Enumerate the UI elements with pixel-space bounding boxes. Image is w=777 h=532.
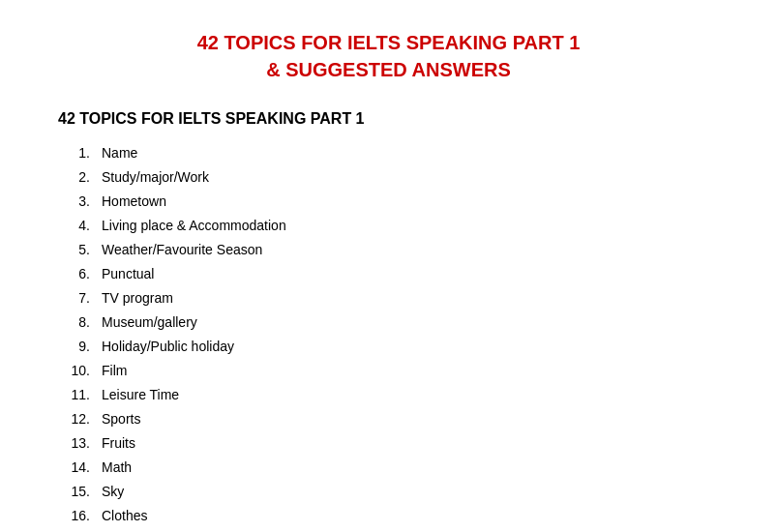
section-title: 42 TOPICS FOR IELTS SPEAKING PART 1	[58, 110, 719, 128]
list-item: 7.TV program	[58, 288, 719, 309]
item-text: Museum/gallery	[102, 312, 197, 333]
item-text: Name	[102, 143, 137, 163]
list-item: 15.Sky	[58, 482, 719, 502]
item-number: 10.	[58, 361, 102, 381]
item-text: Punctual	[102, 264, 154, 284]
item-text: Sky	[102, 482, 124, 502]
item-text: Fruits	[102, 433, 135, 454]
topics-list: 1.Name2.Study/major/Work3.Hometown4.Livi…	[58, 143, 719, 532]
item-text: Weather/Favourite Season	[102, 240, 262, 260]
item-number: 8.	[58, 312, 102, 333]
list-item: 10.Film	[58, 361, 719, 381]
list-item: 4.Living place & Accommodation	[58, 216, 719, 236]
list-item: 16.Clothes	[58, 506, 719, 526]
item-number: 15.	[58, 482, 102, 502]
item-number: 1.	[58, 143, 102, 163]
item-text: Living place & Accommodation	[102, 216, 286, 236]
item-text: Clothes	[102, 506, 147, 526]
item-number: 7.	[58, 288, 102, 309]
item-number: 13.	[58, 433, 102, 454]
list-item: 12.Sports	[58, 409, 719, 429]
item-text: Math	[102, 458, 132, 478]
item-number: 2.	[58, 167, 102, 188]
item-text: Leisure Time	[102, 385, 179, 405]
main-title-line2: & SUGGESTED ANSWERS	[58, 56, 719, 83]
list-item: 14.Math	[58, 458, 719, 478]
list-item: 9.Holiday/Public holiday	[58, 337, 719, 357]
list-item: 3.Hometown	[58, 192, 719, 212]
list-item: 8.Museum/gallery	[58, 312, 719, 333]
list-item: 13.Fruits	[58, 433, 719, 454]
item-number: 6.	[58, 264, 102, 284]
item-number: 4.	[58, 216, 102, 236]
item-number: 14.	[58, 458, 102, 478]
list-item: 11.Leisure Time	[58, 385, 719, 405]
item-number: 16.	[58, 506, 102, 526]
list-item: 1.Name	[58, 143, 719, 163]
item-number: 5.	[58, 240, 102, 260]
list-item: 2.Study/major/Work	[58, 167, 719, 188]
item-text: Holiday/Public holiday	[102, 337, 234, 357]
list-item: 5.Weather/Favourite Season	[58, 240, 719, 260]
page-container: 42 TOPICS FOR IELTS SPEAKING PART 1 & SU…	[0, 0, 777, 532]
item-number: 9.	[58, 337, 102, 357]
item-text: Sports	[102, 409, 140, 429]
item-number: 12.	[58, 409, 102, 429]
item-text: Study/major/Work	[102, 167, 209, 188]
item-number: 11.	[58, 385, 102, 405]
item-text: TV program	[102, 288, 173, 309]
item-number: 3.	[58, 192, 102, 212]
list-item: 6.Punctual	[58, 264, 719, 284]
item-text: Hometown	[102, 192, 166, 212]
item-text: Film	[102, 361, 127, 381]
main-title-line1: 42 TOPICS FOR IELTS SPEAKING PART 1	[58, 29, 719, 56]
main-title: 42 TOPICS FOR IELTS SPEAKING PART 1 & SU…	[58, 29, 719, 83]
